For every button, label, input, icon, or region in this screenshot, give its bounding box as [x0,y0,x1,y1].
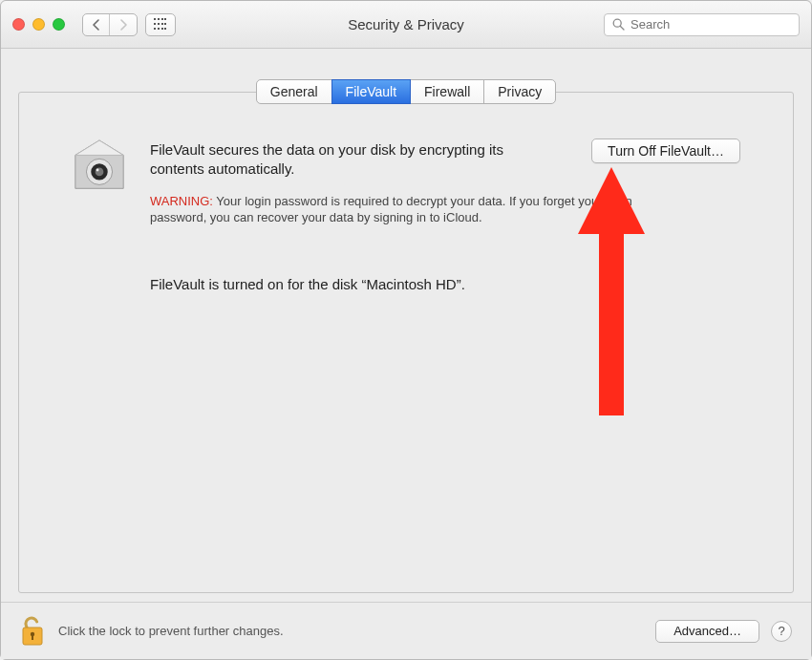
lock-hint: Click the lock to prevent further change… [58,624,284,638]
chevron-right-icon [119,19,128,31]
preferences-window: Security & Privacy General FileVault Fir… [0,0,812,660]
tab-privacy[interactable]: Privacy [483,79,556,104]
search-field[interactable] [604,13,800,36]
advanced-button[interactable]: Advanced… [655,620,759,643]
warning-label: WARNING: [150,194,213,208]
grid-icon [154,18,167,32]
svg-point-6 [96,168,104,177]
filevault-panel: FileVault secures the data on your disk … [18,104,794,292]
window-controls [12,18,65,31]
titlebar: Security & Privacy [1,1,811,49]
warning-text: Your login password is required to decry… [150,194,632,225]
svg-marker-3 [75,140,123,156]
nav-group [82,13,176,36]
filevault-icon [70,138,129,198]
minimize-window-button[interactable] [32,18,45,31]
help-button[interactable]: ? [771,621,792,642]
search-icon [612,18,625,31]
back-forward-control [82,13,138,36]
back-button[interactable] [83,14,110,35]
svg-line-1 [620,26,624,30]
footer-bar: Click the lock to prevent further change… [1,602,811,659]
zoom-window-button[interactable] [53,18,65,31]
tab-filevault[interactable]: FileVault [331,79,411,104]
search-input[interactable] [630,17,791,32]
chevron-left-icon [92,19,100,31]
turn-off-filevault-button[interactable]: Turn Off FileVault… [591,138,740,163]
filevault-status: FileVault is turned on for the disk “Mac… [150,276,756,292]
lock-open-icon[interactable] [20,615,45,648]
show-all-button[interactable] [145,13,176,36]
content-area: General FileVault Firewall Privacy [1,49,811,602]
filevault-warning: WARNING: Your login password is required… [150,193,647,226]
forward-button[interactable] [110,14,137,35]
close-window-button[interactable] [12,18,25,31]
tab-general[interactable]: General [256,79,332,104]
svg-point-7 [96,168,99,171]
filevault-description: FileVault secures the data on your disk … [150,140,503,180]
svg-rect-11 [32,635,33,640]
tab-firewall[interactable]: Firewall [410,79,484,104]
